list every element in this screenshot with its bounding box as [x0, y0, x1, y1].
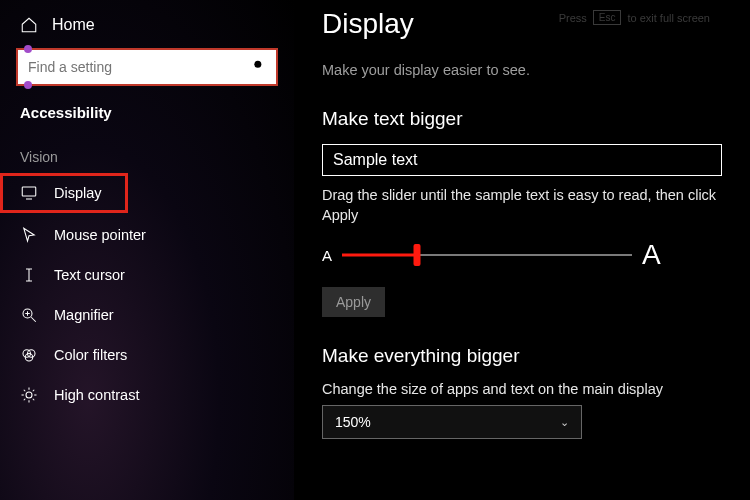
home-icon	[20, 16, 38, 34]
decoration-dot	[24, 81, 32, 89]
svg-point-12	[26, 392, 32, 398]
sidebar-item-high-contrast[interactable]: High contrast	[0, 375, 294, 415]
dropdown-value: 150%	[335, 414, 371, 430]
apply-button[interactable]: Apply	[322, 287, 385, 317]
fullscreen-exit-hint: Press Esc to exit full screen	[559, 10, 710, 25]
svg-line-17	[24, 390, 26, 392]
sidebar-item-magnifier[interactable]: Magnifier	[0, 295, 294, 335]
svg-line-1	[261, 67, 264, 70]
nav-label: Color filters	[54, 347, 127, 363]
nav-label: Text cursor	[54, 267, 125, 283]
nav-label: Mouse pointer	[54, 227, 146, 243]
esc-key: Esc	[593, 10, 622, 25]
sidebar-item-color-filters[interactable]: Color filters	[0, 335, 294, 375]
color-filters-icon	[20, 346, 38, 364]
svg-line-20	[33, 390, 35, 392]
main-content: Press Esc to exit full screen Display Ma…	[294, 0, 750, 500]
svg-point-0	[254, 61, 261, 68]
sidebar-item-home[interactable]: Home	[0, 10, 294, 44]
nav-label: Magnifier	[54, 307, 114, 323]
search-input[interactable]	[18, 50, 276, 84]
slider-track-fill	[342, 254, 417, 257]
sidebar-item-text-cursor[interactable]: Text cursor	[0, 255, 294, 295]
search-container	[16, 48, 278, 86]
scale-description: Change the size of apps and text on the …	[322, 381, 722, 397]
hint-press: Press	[559, 12, 587, 24]
settings-sidebar: Home Accessibility Vision Display Mouse …	[0, 0, 294, 500]
hint-rest: to exit full screen	[627, 12, 710, 24]
slider-max-label: A	[642, 239, 661, 271]
slider-track-rest	[417, 254, 632, 256]
nav-label: High contrast	[54, 387, 139, 403]
sample-text-box: Sample text	[322, 144, 722, 176]
slider-thumb[interactable]	[414, 244, 421, 266]
chevron-down-icon: ⌄	[560, 416, 569, 429]
display-scale-dropdown[interactable]: 150% ⌄	[322, 405, 582, 439]
monitor-icon	[20, 184, 38, 202]
text-size-slider[interactable]	[342, 253, 632, 257]
text-size-slider-row: A A	[322, 239, 722, 271]
sidebar-item-display[interactable]: Display	[0, 173, 128, 213]
sidebar-item-mouse-pointer[interactable]: Mouse pointer	[0, 215, 294, 255]
svg-line-18	[33, 399, 35, 401]
mouse-pointer-icon	[20, 226, 38, 244]
search-icon	[252, 59, 266, 76]
slider-instruction: Drag the slider until the sample text is…	[322, 186, 722, 225]
text-cursor-icon	[20, 266, 38, 284]
decoration-dot	[24, 45, 32, 53]
slider-min-label: A	[322, 247, 332, 264]
high-contrast-icon	[20, 386, 38, 404]
page-intro: Make your display easier to see.	[322, 62, 722, 78]
home-label: Home	[52, 16, 95, 34]
section-heading-everything-bigger: Make everything bigger	[322, 345, 722, 367]
svg-line-19	[24, 399, 26, 401]
magnifier-icon	[20, 306, 38, 324]
section-vision-label: Vision	[0, 137, 294, 173]
nav-label: Display	[54, 185, 102, 201]
section-heading-text-bigger: Make text bigger	[322, 108, 722, 130]
svg-rect-2	[22, 187, 36, 196]
category-heading: Accessibility	[0, 100, 294, 137]
svg-line-6	[31, 317, 36, 322]
